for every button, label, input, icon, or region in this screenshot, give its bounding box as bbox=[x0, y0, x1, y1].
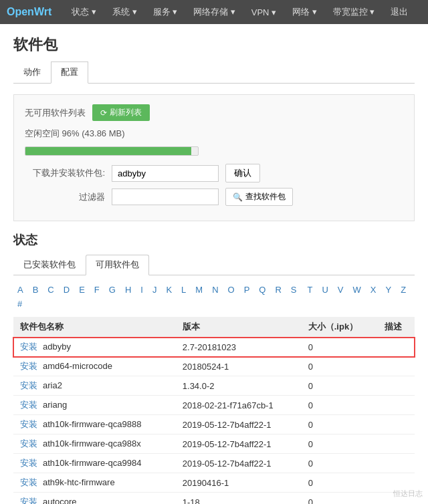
pkg-size: 0 bbox=[302, 338, 378, 357]
alpha-A[interactable]: A bbox=[13, 283, 27, 296]
pkg-name: ariang bbox=[43, 400, 67, 410]
watermark: 恒达日志 bbox=[393, 489, 423, 499]
alpha-Q[interactable]: Q bbox=[255, 283, 270, 296]
install-link-1[interactable]: 安装 bbox=[20, 361, 37, 371]
pkg-install-cell: 安装aria2 bbox=[13, 376, 176, 396]
table-row: 安装ath10k-firmware-qca988x2019-05-12-7b4a… bbox=[13, 434, 415, 454]
confirm-button[interactable]: 确认 bbox=[225, 164, 260, 182]
install-link-0[interactable]: 安装 bbox=[20, 342, 37, 352]
pkg-version: 2018-02-21-f71a67cb-1 bbox=[176, 396, 302, 415]
alpha-M[interactable]: M bbox=[191, 283, 207, 296]
alpha-B[interactable]: B bbox=[29, 283, 43, 296]
pkg-version: 2019-05-12-7b4aff22-1 bbox=[176, 415, 302, 434]
pkg-size: 0 bbox=[302, 473, 378, 493]
tab-action[interactable]: 动作 bbox=[13, 61, 51, 83]
navbar: OpenWrt 状态 ▾ 系统 ▾ 服务 ▾ 网络存储 ▾ VPN ▾ 网络 ▾… bbox=[0, 0, 428, 24]
download-input[interactable] bbox=[112, 165, 219, 182]
search-button[interactable]: 🔍 查找软件包 bbox=[225, 188, 293, 206]
page-title: 软件包 bbox=[13, 35, 415, 55]
page-tab-bar: 动作 配置 bbox=[13, 61, 415, 84]
brand: OpenWrt bbox=[7, 6, 51, 18]
table-header: 软件包名称 版本 大小（.ipk） 描述 bbox=[13, 317, 415, 338]
install-link-2[interactable]: 安装 bbox=[20, 380, 37, 390]
install-link-5[interactable]: 安装 bbox=[20, 438, 37, 449]
pkg-desc bbox=[378, 338, 415, 357]
alpha-Z[interactable]: Z bbox=[397, 283, 410, 296]
alpha-F[interactable]: F bbox=[90, 283, 104, 296]
alpha-E[interactable]: E bbox=[75, 283, 89, 296]
nav-storage[interactable]: 网络存储 ▾ bbox=[187, 1, 242, 23]
pkg-install-cell: 安装ath9k-htc-firmware bbox=[13, 473, 176, 493]
progress-bar-fill bbox=[25, 147, 191, 155]
alpha-V[interactable]: V bbox=[334, 283, 348, 296]
pkg-desc bbox=[378, 396, 415, 415]
table-row: 安装autocore1-180 bbox=[13, 493, 415, 505]
table-row: 安装amd64-microcode20180524-10 bbox=[13, 357, 415, 376]
pkg-desc bbox=[378, 454, 415, 473]
pkg-size: 0 bbox=[302, 434, 378, 454]
pkg-install-cell: 安装adbyby bbox=[13, 338, 176, 357]
nav-system[interactable]: 系统 ▾ bbox=[106, 1, 144, 23]
alpha-W[interactable]: W bbox=[349, 283, 365, 296]
alpha-O[interactable]: O bbox=[224, 283, 239, 296]
pkg-size: 0 bbox=[302, 376, 378, 396]
pkg-install-cell: 安装ath10k-firmware-qca9984 bbox=[13, 454, 176, 473]
install-link-7[interactable]: 安装 bbox=[20, 477, 37, 487]
alpha-T[interactable]: T bbox=[304, 283, 317, 296]
nav-services[interactable]: 服务 ▾ bbox=[146, 1, 185, 23]
pkg-version: 2019-05-12-7b4aff22-1 bbox=[176, 454, 302, 473]
alpha-J[interactable]: J bbox=[148, 283, 161, 296]
table-row: 安装ath10k-firmware-qca98882019-05-12-7b4a… bbox=[13, 415, 415, 434]
nav-network[interactable]: 网络 ▾ bbox=[286, 1, 324, 23]
alpha-L[interactable]: L bbox=[177, 283, 190, 296]
alpha-Y[interactable]: Y bbox=[381, 283, 395, 296]
alpha-G[interactable]: G bbox=[105, 283, 120, 296]
install-link-6[interactable]: 安装 bbox=[20, 458, 37, 468]
alpha-hash[interactable]: # bbox=[13, 297, 26, 310]
pkg-install-cell: 安装amd64-microcode bbox=[13, 357, 176, 376]
alpha-U[interactable]: U bbox=[318, 283, 332, 296]
alpha-X[interactable]: X bbox=[366, 283, 381, 296]
alpha-I[interactable]: I bbox=[136, 283, 147, 296]
space-row: 空闲空间 96% (43.86 MB) bbox=[25, 128, 403, 140]
nav-status[interactable]: 状态 ▾ bbox=[65, 1, 103, 23]
alpha-D[interactable]: D bbox=[60, 283, 74, 296]
alpha-N[interactable]: N bbox=[208, 283, 222, 296]
install-link-3[interactable]: 安装 bbox=[20, 400, 37, 410]
nav-bandwidth[interactable]: 带宽监控 ▾ bbox=[326, 1, 382, 23]
pkg-name: ath10k-firmware-qca9984 bbox=[43, 458, 141, 468]
status-title: 状态 bbox=[13, 232, 415, 248]
no-list-row: 无可用软件列表 ⟳ 刷新列表 bbox=[25, 104, 403, 121]
install-link-8[interactable]: 安装 bbox=[20, 497, 37, 504]
alpha-K[interactable]: K bbox=[162, 283, 176, 296]
pkg-desc bbox=[378, 376, 415, 396]
pkg-name: autocore bbox=[43, 497, 77, 504]
table-row: 安装ath10k-firmware-qca99842019-05-12-7b4a… bbox=[13, 454, 415, 473]
download-row: 下载并安装软件包: 确认 bbox=[25, 164, 403, 182]
no-list-label: 无可用软件列表 bbox=[25, 107, 86, 119]
tab-config[interactable]: 配置 bbox=[51, 61, 88, 84]
tab-available[interactable]: 可用软件包 bbox=[86, 255, 149, 275]
tab-installed[interactable]: 已安装软件包 bbox=[13, 255, 86, 275]
pkg-size: 0 bbox=[302, 396, 378, 415]
alpha-S[interactable]: S bbox=[287, 283, 301, 296]
space-label: 空闲空间 96% (43.86 MB) bbox=[25, 128, 125, 140]
brand-wrt: Wrt bbox=[34, 6, 51, 17]
pkg-name: aria2 bbox=[43, 380, 62, 390]
search-label: 查找软件包 bbox=[245, 191, 286, 203]
nav-vpn[interactable]: VPN ▾ bbox=[245, 2, 283, 23]
package-table: 软件包名称 版本 大小（.ipk） 描述 安装adbyby2.7-2018102… bbox=[13, 317, 415, 504]
filter-input[interactable] bbox=[112, 188, 219, 205]
refresh-button[interactable]: ⟳ 刷新列表 bbox=[92, 104, 150, 121]
alpha-P[interactable]: P bbox=[240, 283, 254, 296]
pkg-install-cell: 安装ath10k-firmware-qca988x bbox=[13, 434, 176, 454]
pkg-size: 0 bbox=[302, 493, 378, 505]
alpha-H[interactable]: H bbox=[121, 283, 135, 296]
pkg-version: 1.34.0-2 bbox=[176, 376, 302, 396]
install-link-4[interactable]: 安装 bbox=[20, 419, 37, 429]
nav-exit[interactable]: 退出 bbox=[384, 1, 415, 23]
alpha-C[interactable]: C bbox=[43, 283, 58, 296]
pkg-name: ath9k-htc-firmware bbox=[43, 477, 115, 487]
table-row: 安装ariang2018-02-21-f71a67cb-10 bbox=[13, 396, 415, 415]
alpha-R[interactable]: R bbox=[271, 283, 285, 296]
